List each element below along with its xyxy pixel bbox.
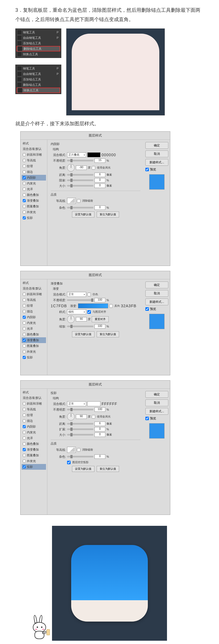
new-style-button[interactable]: 新建样式... (145, 159, 168, 166)
style-satin[interactable]: 光泽 (22, 186, 46, 192)
style-bevel[interactable]: 斜面和浮雕 (22, 291, 46, 297)
style-satin[interactable]: 光泽 (22, 326, 46, 332)
noise-value[interactable]: 0 (94, 454, 105, 459)
antialias-checkbox[interactable] (77, 448, 80, 452)
preview-checkbox[interactable] (145, 417, 149, 420)
global-light-checkbox[interactable] (92, 166, 95, 170)
tool-delete-anchor[interactable]: 删除锚点工具 (16, 82, 60, 88)
style-texture[interactable]: 纹理 (22, 412, 46, 418)
style-texture[interactable]: 纹理 (22, 163, 46, 169)
style-gradient-overlay[interactable]: 渐变叠加 (22, 447, 46, 452)
opacity-value[interactable]: 15 (94, 158, 105, 163)
style-stroke[interactable]: 描边 (22, 418, 46, 424)
distance-slider[interactable] (67, 423, 93, 425)
style-color-overlay[interactable]: 颜色叠加 (22, 192, 46, 198)
style-bevel[interactable]: 斜面和浮雕 (22, 152, 46, 158)
scale-value[interactable]: 100 (94, 324, 105, 329)
size-value[interactable]: 0 (94, 184, 105, 188)
angle-dial[interactable] (67, 315, 75, 323)
spread-slider[interactable] (67, 428, 93, 430)
knockout-checkbox[interactable] (67, 461, 71, 464)
contour-swatch[interactable] (67, 447, 76, 453)
style-contour[interactable]: 等高线 (22, 407, 46, 412)
cancel-button[interactable]: 取消 (145, 290, 168, 297)
new-style-button[interactable]: 新建样式... (145, 298, 168, 305)
distance-value[interactable]: 6 (94, 173, 105, 177)
gradient-swatch[interactable] (78, 303, 108, 308)
opacity-slider[interactable] (67, 160, 93, 161)
style-pattern-overlay[interactable]: 图案叠加 (22, 452, 46, 458)
style-color-overlay[interactable]: 颜色叠加 (22, 441, 46, 447)
blend-options[interactable]: 混合选项:默认 (22, 146, 46, 152)
blend-mode-dropdown[interactable]: 正常 (67, 401, 86, 406)
color-swatch[interactable] (87, 152, 100, 157)
blend-options[interactable]: 混合选项:默认 (22, 286, 46, 291)
style-outer-glow[interactable]: 外发光 (22, 209, 46, 215)
blend-mode-dropdown[interactable]: 正常 (67, 292, 86, 297)
gradient-style-dropdown[interactable]: 线性 (67, 309, 86, 314)
color-swatch[interactable] (87, 401, 100, 406)
style-satin[interactable]: 光泽 (22, 435, 46, 441)
style-drop-shadow[interactable]: 投影 (22, 215, 46, 221)
tool-add-anchor[interactable]: 添加锚点工具 (16, 40, 60, 46)
tool-freeform[interactable]: 自由钢笔工具P (16, 35, 60, 40)
preview-checkbox[interactable] (145, 307, 149, 311)
reset-default-button[interactable]: 复位为默认值 (97, 466, 119, 472)
tool-delete-anchor[interactable]: 删除锚点工具 (16, 46, 60, 51)
style-stroke[interactable]: 描边 (22, 169, 46, 175)
style-outer-glow[interactable]: 外发光 (22, 458, 46, 464)
style-inner-glow[interactable]: 内发光 (22, 430, 46, 435)
style-inner-glow[interactable]: 内发光 (22, 320, 46, 326)
angle-dial[interactable] (67, 413, 75, 420)
style-stroke[interactable]: 描边 (22, 309, 46, 314)
style-color-overlay[interactable]: 颜色叠加 (22, 332, 46, 337)
style-pattern-overlay[interactable]: 图案叠加 (22, 343, 46, 349)
antialias-checkbox[interactable] (77, 199, 80, 203)
make-default-button[interactable]: 设置为默认值 (72, 211, 94, 217)
cancel-button[interactable]: 取消 (145, 150, 168, 157)
style-contour[interactable]: 等高线 (22, 297, 46, 303)
blend-mode-dropdown[interactable]: 正片叠底 (67, 152, 86, 157)
blend-options[interactable]: 混合选项:默认 (22, 395, 46, 401)
choke-value[interactable]: 0 (94, 178, 105, 182)
style-pattern-overlay[interactable]: 图案叠加 (22, 204, 46, 209)
opacity-slider[interactable]: .slider[style*="100"]:after{left:92%} (67, 299, 93, 301)
ok-button[interactable]: 确定 (145, 282, 168, 288)
global-light-checkbox[interactable] (92, 415, 95, 419)
scale-slider[interactable] (67, 326, 93, 327)
reset-default-button[interactable]: 复位为默认值 (97, 331, 119, 337)
style-inner-shadow[interactable]: 内阴影 (22, 314, 46, 320)
spread-value[interactable]: 0 (94, 427, 105, 431)
tool-convert[interactable]: 转换点工具 (16, 51, 60, 57)
size-slider[interactable] (67, 185, 93, 187)
choke-slider[interactable] (67, 179, 93, 181)
reset-align-button[interactable]: 重置对齐 (92, 316, 109, 322)
opacity-value[interactable]: 100 (94, 407, 105, 412)
style-bevel[interactable]: 斜面和浮雕 (22, 401, 46, 407)
style-inner-shadow[interactable]: 内阴影 (22, 424, 46, 430)
new-style-button[interactable]: 新建样式... (145, 408, 168, 415)
tool-freeform[interactable]: 自由钢笔工具P (16, 71, 60, 77)
cancel-button[interactable]: 取消 (145, 399, 168, 406)
tool-pen[interactable]: 钢笔工具P (16, 30, 60, 35)
ok-button[interactable]: 确定 (145, 391, 168, 398)
make-default-button[interactable]: 设置为默认值 (72, 331, 94, 337)
size-slider[interactable] (67, 434, 93, 436)
align-checkbox[interactable] (87, 310, 91, 314)
size-value[interactable]: 0 (94, 433, 105, 437)
dither-checkbox[interactable] (87, 293, 91, 296)
angle-value[interactable]: 90 (76, 317, 87, 321)
preview-checkbox[interactable] (145, 168, 149, 171)
angle-dial[interactable] (67, 164, 75, 172)
ok-button[interactable]: 确定 (145, 142, 168, 149)
style-contour[interactable]: 等高线 (22, 158, 46, 163)
contour-swatch[interactable] (67, 198, 76, 204)
style-gradient-overlay[interactable]: 渐变叠加 (22, 337, 46, 343)
style-inner-glow[interactable]: 内发光 (22, 181, 46, 186)
style-texture[interactable]: 纹理 (22, 303, 46, 309)
noise-slider[interactable] (67, 207, 93, 208)
distance-slider[interactable] (67, 174, 93, 176)
noise-value[interactable]: 0 (94, 205, 105, 210)
angle-value[interactable]: 90 (76, 414, 87, 419)
opacity-value[interactable]: 100 (94, 298, 105, 302)
